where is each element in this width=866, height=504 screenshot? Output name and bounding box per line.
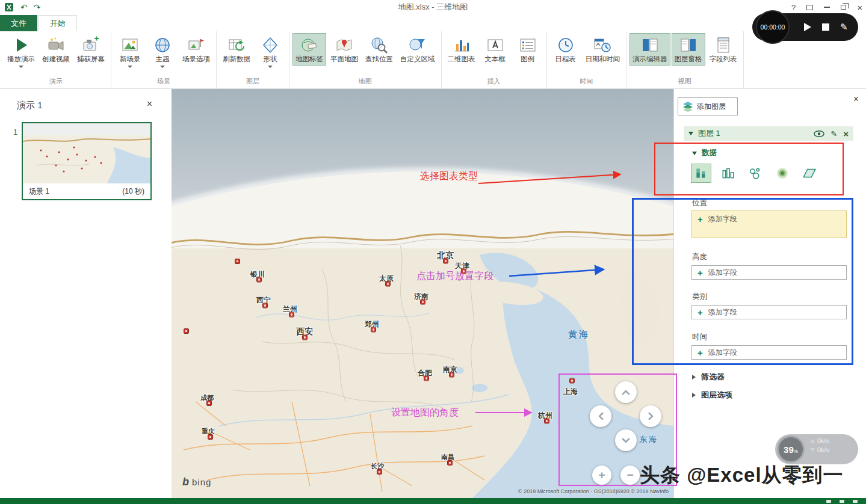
- download-arrow-icon: [810, 448, 815, 452]
- create-video-button[interactable]: 创建视频: [39, 33, 73, 66]
- scene-options-button[interactable]: 场景选项: [179, 33, 213, 66]
- tour-panel-close-icon[interactable]: ×: [147, 99, 152, 109]
- group-label-time: 时间: [550, 76, 623, 88]
- layer-header[interactable]: 图层 1 ✎ ×: [684, 126, 853, 141]
- redo-button[interactable]: ↷: [34, 3, 41, 11]
- ribbon-group-layer: 刷新数据 形状 图层: [217, 31, 289, 88]
- restore-button[interactable]: [841, 5, 846, 10]
- data-section-header[interactable]: 数据: [692, 148, 717, 158]
- map-marker-icon: [256, 277, 262, 283]
- flat-map-button[interactable]: 平面地图: [327, 33, 361, 66]
- scene-thumbnail[interactable]: 场景 1 (10 秒): [22, 122, 152, 200]
- map-marker-icon: [262, 303, 268, 309]
- refresh-data-button[interactable]: 刷新数据: [220, 33, 253, 66]
- timer-stop-button[interactable]: [822, 23, 829, 31]
- flat-map-icon: [335, 36, 353, 54]
- map-labels-button[interactable]: 地图标签: [292, 33, 326, 66]
- timer-edit-button[interactable]: ✎: [840, 22, 848, 32]
- scene-name: 场景 1: [29, 186, 49, 197]
- add-layer-button[interactable]: 添加图层: [678, 97, 738, 115]
- legend-button[interactable]: 图例: [512, 33, 543, 66]
- group-label-layer: 图层: [220, 76, 286, 88]
- chart-type-bubble-button[interactable]: [745, 164, 765, 183]
- download-rate: 0k/s: [810, 446, 829, 453]
- find-location-button[interactable]: 查找位置: [362, 33, 396, 66]
- time-field-dropzone[interactable]: + 添加字段: [691, 345, 847, 360]
- chart-type-stacked-column-button[interactable]: [691, 164, 711, 183]
- zoom-in-button[interactable]: +: [592, 466, 611, 485]
- map-marker-icon: [447, 460, 453, 466]
- height-field-dropzone[interactable]: + 添加字段: [691, 265, 847, 280]
- chevron-right-icon: [645, 412, 653, 420]
- chevron-right-icon: [692, 393, 696, 398]
- ribbon-tabs: 文件 开始: [0, 14, 77, 31]
- map-marker-icon: [184, 328, 189, 334]
- tray-icon[interactable]: [840, 500, 844, 503]
- custom-regions-icon: [409, 36, 427, 54]
- chevron-down-icon: [128, 66, 132, 68]
- camera-icon: [82, 36, 100, 54]
- map-viewport[interactable]: 北京 天津 银川 太原 济南 西宁 兰州 郑州 西安 合肥 南京 上海 成都 杭…: [172, 89, 673, 498]
- chevron-right-icon: [692, 375, 696, 380]
- help-button[interactable]: ?: [791, 3, 796, 12]
- location-field-dropzone[interactable]: + 添加字段: [691, 211, 847, 238]
- themes-button[interactable]: 主题: [147, 33, 178, 70]
- close-button[interactable]: ×: [857, 2, 862, 13]
- text-box-button[interactable]: 文本框: [480, 33, 511, 66]
- map-marker-icon: [235, 259, 240, 264]
- rotate-right-button[interactable]: [640, 405, 661, 427]
- new-scene-button[interactable]: 新场景: [114, 33, 146, 70]
- map-marker-icon: [443, 259, 448, 264]
- recording-timer-overlay: 00:00:00 ✎: [752, 13, 858, 41]
- map-marker-icon: [208, 434, 213, 440]
- map-labels-icon: [300, 36, 318, 54]
- date-time-button[interactable]: 日期和时间: [583, 33, 623, 66]
- zoom-out-button[interactable]: −: [620, 466, 640, 485]
- delete-layer-icon[interactable]: ×: [843, 129, 849, 139]
- legend-icon: [519, 36, 537, 54]
- capture-screen-button[interactable]: 捕获屏幕: [74, 33, 108, 66]
- tilt-down-button[interactable]: [615, 429, 637, 451]
- eye-icon[interactable]: [814, 131, 824, 137]
- timer-play-button[interactable]: [804, 23, 811, 31]
- tray-icon[interactable]: [853, 500, 858, 503]
- chart-type-selector: [691, 164, 820, 183]
- network-speed-overlay: 39 % 0k/s 0k/s: [775, 434, 858, 464]
- tilt-up-button[interactable]: [615, 381, 637, 403]
- taskbar[interactable]: [0, 498, 866, 504]
- map-marker-icon: [302, 335, 308, 340]
- undo-button[interactable]: ↶: [20, 3, 28, 11]
- city-label: 太原: [379, 272, 394, 284]
- tour-editor-button[interactable]: 演示编辑器: [629, 33, 670, 66]
- quick-access-toolbar: ↶ ↷: [0, 2, 40, 12]
- play-tour-button[interactable]: 播放演示: [4, 33, 38, 70]
- category-field-dropzone[interactable]: + 添加字段: [691, 305, 847, 319]
- layer-pane-close-icon[interactable]: ×: [853, 94, 859, 105]
- tray-icon[interactable]: [826, 500, 831, 503]
- filters-section-header[interactable]: 筛选器: [692, 372, 725, 383]
- custom-regions-button[interactable]: 自定义区域: [397, 33, 438, 66]
- bar-chart-icon: [453, 36, 471, 54]
- fullscreen-icon[interactable]: [806, 5, 813, 10]
- rename-layer-icon[interactable]: ✎: [830, 129, 837, 138]
- layer-pane-button[interactable]: 图层窗格: [672, 33, 705, 66]
- plus-icon: +: [697, 348, 703, 358]
- minimize-button[interactable]: [824, 7, 830, 8]
- rotate-left-button[interactable]: [590, 405, 611, 427]
- timeline-button[interactable]: 日程表: [550, 33, 581, 66]
- upload-rate: 0k/s: [810, 437, 829, 444]
- city-label: 重庆: [202, 425, 215, 436]
- 2d-chart-button[interactable]: 二维图表: [445, 33, 478, 66]
- chevron-down-icon: [622, 434, 630, 443]
- field-list-button[interactable]: 字段列表: [707, 33, 740, 66]
- tab-file[interactable]: 文件: [0, 15, 37, 31]
- layer-pane-icon: [679, 36, 697, 54]
- chart-type-heat-map-button[interactable]: [772, 164, 793, 183]
- bing-logo: b bing: [182, 476, 211, 488]
- layer-options-section-header[interactable]: 图层选项: [692, 390, 732, 401]
- shapes-button[interactable]: 形状: [255, 33, 286, 70]
- chart-type-clustered-column-button[interactable]: [718, 164, 738, 183]
- map-marker-icon: [449, 372, 454, 378]
- tab-home[interactable]: 开始: [39, 15, 77, 31]
- globe-icon: [153, 36, 172, 54]
